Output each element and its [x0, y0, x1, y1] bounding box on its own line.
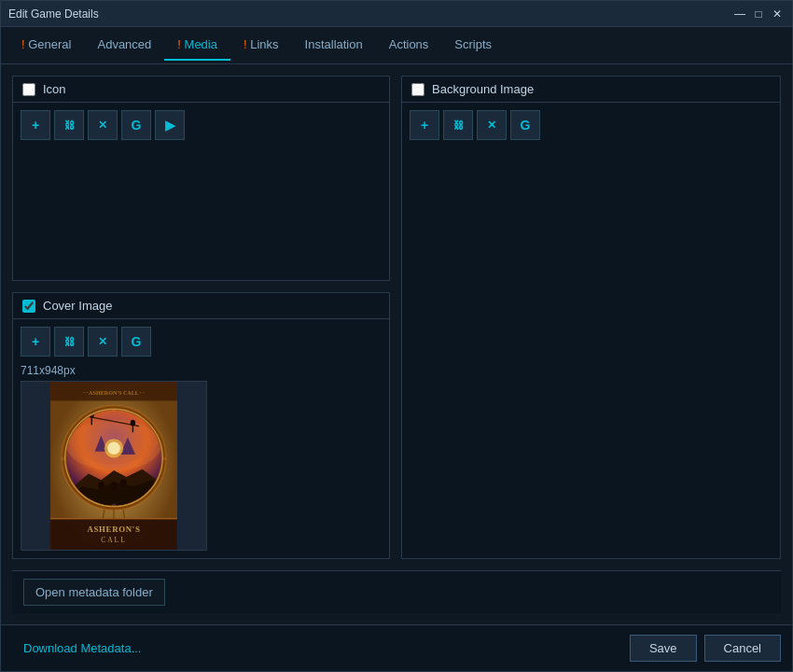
- edit-game-details-window: Edit Game Details — □ ✕ General Advanced…: [0, 0, 793, 672]
- svg-point-15: [107, 442, 120, 455]
- tab-installation[interactable]: Installation: [292, 30, 376, 61]
- background-checkbox[interactable]: [411, 83, 424, 96]
- svg-point-19: [131, 420, 135, 427]
- maximize-button[interactable]: □: [751, 7, 766, 21]
- svg-text:⊙: ⊙: [62, 455, 65, 461]
- main-content: Icon + ⛓ ✕ G ▶ Cover Image: [1, 64, 792, 624]
- svg-text:· · ASHERON'S CALL · ·: · · ASHERON'S CALL · ·: [83, 390, 145, 396]
- open-metadata-folder-button[interactable]: Open metadata folder: [23, 579, 165, 606]
- icon-panel: Icon + ⛓ ✕ G ▶: [12, 76, 390, 281]
- cover-checkbox[interactable]: [22, 300, 35, 313]
- svg-point-21: [98, 482, 104, 489]
- cover-image-area: 711x948px: [13, 364, 389, 558]
- icon-panel-title: Icon: [43, 82, 66, 96]
- svg-point-23: [111, 482, 118, 491]
- icon-delete-button[interactable]: ✕: [88, 110, 118, 140]
- svg-point-22: [120, 480, 127, 487]
- svg-text:⊙: ⊙: [112, 407, 116, 413]
- title-bar: Edit Game Details — □ ✕: [1, 1, 792, 27]
- cover-image-size: 711x948px: [21, 364, 76, 377]
- title-bar-controls: — □ ✕: [732, 7, 785, 21]
- cover-panel: Cover Image + ⛓ ✕ G 711x948px: [12, 292, 390, 559]
- cancel-button[interactable]: Cancel: [704, 635, 781, 662]
- minimize-button[interactable]: —: [732, 7, 747, 21]
- icon-google-button[interactable]: G: [121, 110, 151, 140]
- svg-text:⊙: ⊙: [162, 455, 166, 461]
- tab-links[interactable]: Links: [230, 30, 292, 61]
- icon-link-button[interactable]: ⛓: [54, 110, 84, 140]
- background-panel-header: Background Image: [402, 77, 780, 103]
- tab-advanced[interactable]: Advanced: [84, 30, 164, 61]
- close-button[interactable]: ✕: [770, 7, 785, 21]
- tab-scripts[interactable]: Scripts: [441, 30, 505, 61]
- cover-panel-header: Cover Image: [13, 293, 389, 319]
- icon-checkbox[interactable]: [22, 83, 35, 96]
- cover-google-button[interactable]: G: [121, 327, 151, 357]
- save-button[interactable]: Save: [630, 635, 697, 662]
- bg-delete-button[interactable]: ✕: [477, 110, 507, 140]
- footer: Download Metadata... Save Cancel: [1, 624, 792, 671]
- icon-panel-header: Icon: [13, 77, 389, 103]
- panels-row: Icon + ⛓ ✕ G ▶ Cover Image: [12, 76, 781, 559]
- window-title: Edit Game Details: [8, 7, 99, 21]
- tab-actions[interactable]: Actions: [376, 30, 442, 61]
- cover-add-button[interactable]: +: [21, 327, 50, 357]
- background-panel: Background Image + ⛓ ✕ G: [401, 76, 781, 559]
- footer-right: Save Cancel: [630, 635, 781, 662]
- tab-media[interactable]: Media: [164, 30, 230, 61]
- cover-delete-button[interactable]: ✕: [88, 327, 118, 357]
- bg-add-button[interactable]: +: [410, 110, 439, 140]
- bg-google-button[interactable]: G: [510, 110, 540, 140]
- tab-general[interactable]: General: [8, 30, 84, 61]
- tab-bar: General Advanced Media Links Installatio…: [1, 27, 792, 64]
- background-toolbar: + ⛓ ✕ G: [402, 103, 780, 147]
- svg-rect-30: [50, 518, 177, 550]
- icon-toolbar: + ⛓ ✕ G ▶: [13, 103, 389, 147]
- metadata-bar: Open metadata folder: [12, 570, 781, 613]
- icon-add-button[interactable]: +: [21, 110, 50, 140]
- svg-text:⊙: ⊙: [112, 502, 116, 508]
- cover-toolbar: + ⛓ ✕ G: [13, 319, 389, 364]
- cover-image-container: · · ASHERON'S CALL · ·: [21, 381, 207, 551]
- cover-panel-title: Cover Image: [43, 299, 112, 313]
- cover-link-button[interactable]: ⛓: [54, 327, 84, 357]
- svg-text:CALL: CALL: [101, 536, 127, 544]
- footer-left: Download Metadata...: [12, 636, 152, 661]
- background-panel-title: Background Image: [432, 82, 534, 96]
- bg-link-button[interactable]: ⛓: [443, 110, 473, 140]
- svg-text:ASHERON'S: ASHERON'S: [87, 525, 140, 534]
- download-metadata-button[interactable]: Download Metadata...: [12, 636, 152, 661]
- cover-art-svg: · · ASHERON'S CALL · ·: [21, 382, 206, 550]
- icon-play-button[interactable]: ▶: [155, 110, 185, 140]
